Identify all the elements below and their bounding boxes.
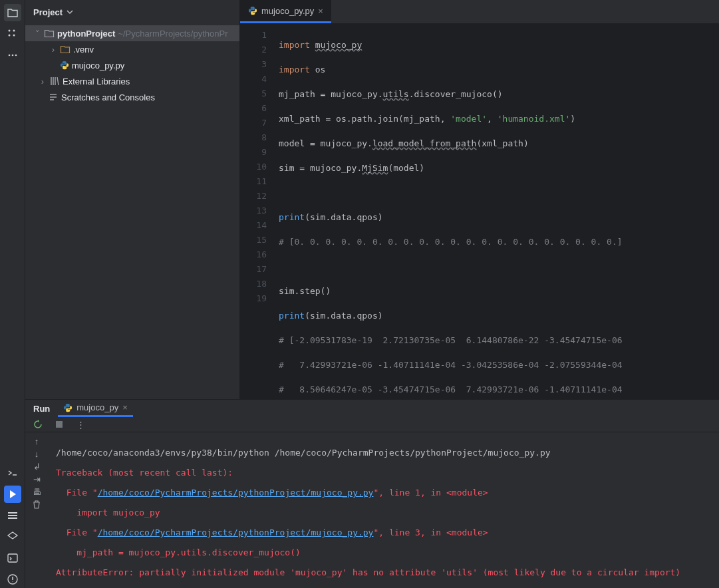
- close-icon[interactable]: ×: [318, 6, 323, 16]
- project-tree[interactable]: ˅ pythonProject ~/PycharmProjects/python…: [25, 24, 239, 399]
- python-file-icon: [60, 61, 69, 70]
- debug-icon[interactable]: [4, 528, 21, 545]
- svg-point-5: [11, 55, 13, 57]
- run-toolbar: ⋮: [25, 417, 719, 432]
- tree-venv[interactable]: › .venv: [25, 41, 239, 57]
- print-icon[interactable]: 🖶: [33, 487, 41, 497]
- run-panel: Run mujoco_py × ⋮ ↑ ↓ ↲ ⇥ 🖶 /home/coco/a…: [25, 399, 719, 588]
- up-arrow-icon[interactable]: ↑: [35, 436, 39, 446]
- more-icon[interactable]: [4, 47, 21, 64]
- structure-icon[interactable]: [4, 25, 21, 43]
- svg-rect-9: [56, 421, 63, 428]
- activity-bar: [0, 0, 25, 588]
- folder-icon: [60, 44, 71, 55]
- code[interactable]: import mujoco_py import os mj_path = muj…: [272, 24, 719, 399]
- svg-rect-7: [8, 554, 17, 562]
- svg-point-3: [13, 35, 15, 37]
- project-panel: Project ˅ pythonProject ~/PycharmProject…: [25, 0, 240, 399]
- tree-external-libraries[interactable]: › External Libraries: [25, 73, 239, 89]
- svg-point-1: [13, 30, 15, 32]
- rerun-icon[interactable]: [31, 417, 45, 432]
- run-gutter: ↑ ↓ ↲ ⇥ 🖶: [25, 432, 48, 588]
- run-tab-label: mujoco_py: [76, 402, 118, 412]
- terminal-icon[interactable]: [4, 549, 21, 567]
- python-file-icon: [63, 403, 72, 412]
- editor-tab-mujoco[interactable]: mujoco_py.py ×: [240, 0, 331, 23]
- run-panel-header: Run mujoco_py ×: [25, 400, 719, 417]
- code-area[interactable]: 12345678910111213141516171819 import muj…: [240, 24, 719, 399]
- svg-point-6: [15, 55, 17, 57]
- file-link[interactable]: /home/coco/PycharmProjects/pythonProject…: [98, 488, 374, 498]
- editor-tabbar: mujoco_py.py ×: [240, 0, 719, 24]
- project-panel-header[interactable]: Project: [25, 0, 239, 24]
- file-link[interactable]: /home/coco/PycharmProjects/pythonProject…: [98, 527, 374, 537]
- problems-icon[interactable]: [4, 571, 21, 588]
- svg-point-4: [8, 55, 10, 57]
- tree-root-path: ~/PycharmProjects/pythonPr: [118, 29, 227, 39]
- scratches-icon: [48, 92, 59, 102]
- run-tool-icon[interactable]: [4, 486, 21, 503]
- editor-tab-label: mujoco_py.py: [261, 6, 314, 16]
- chevron-down-icon: [67, 9, 73, 15]
- tree-root[interactable]: ˅ pythonProject ~/PycharmProjects/python…: [25, 25, 239, 41]
- run-tab[interactable]: mujoco_py ×: [58, 400, 132, 417]
- project-tool-icon[interactable]: [4, 4, 21, 21]
- gutter: 12345678910111213141516171819: [240, 24, 272, 399]
- more-actions-icon[interactable]: ⋮: [73, 417, 88, 432]
- tree-root-label: pythonProject: [57, 29, 115, 39]
- delete-icon[interactable]: [32, 500, 41, 509]
- folder-icon: [44, 28, 55, 39]
- tree-scratches[interactable]: Scratches and Consoles: [25, 89, 239, 105]
- services-icon[interactable]: [4, 507, 21, 524]
- down-arrow-icon[interactable]: ↓: [35, 449, 39, 459]
- project-panel-title: Project: [33, 7, 63, 17]
- python-file-icon: [248, 6, 257, 15]
- svg-point-2: [8, 35, 10, 37]
- editor: mujoco_py.py × 1234567891011121314151617…: [240, 0, 719, 399]
- console-output[interactable]: /home/coco/anaconda3/envs/py38/bin/pytho…: [48, 432, 719, 588]
- tree-file-mujoco[interactable]: mujoco_py.py: [25, 57, 239, 73]
- svg-point-0: [8, 30, 10, 32]
- library-icon: [49, 76, 60, 86]
- close-icon[interactable]: ×: [122, 402, 128, 412]
- stop-icon[interactable]: [52, 417, 67, 432]
- python-console-icon[interactable]: [4, 464, 21, 482]
- run-label: Run: [33, 404, 50, 414]
- wrap-icon[interactable]: ↲: [33, 462, 41, 472]
- scroll-icon[interactable]: ⇥: [33, 474, 41, 484]
